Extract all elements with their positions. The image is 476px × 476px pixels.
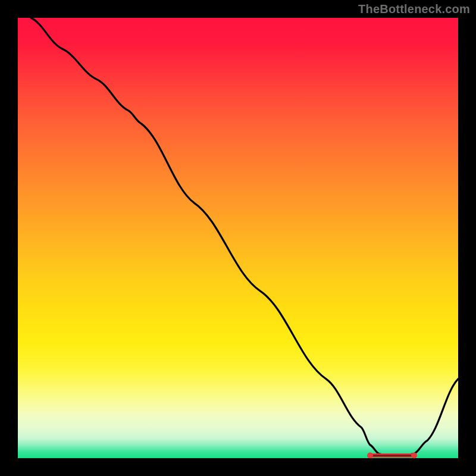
chart-frame: TheBottleneck.com [0, 0, 476, 476]
watermark-text: TheBottleneck.com [358, 2, 470, 16]
chart-line [31, 18, 458, 456]
flat-region-endpoint-left [367, 453, 373, 459]
flat-region-endpoint-right [411, 453, 417, 459]
plot-area [18, 18, 458, 458]
chart-svg [18, 18, 458, 458]
